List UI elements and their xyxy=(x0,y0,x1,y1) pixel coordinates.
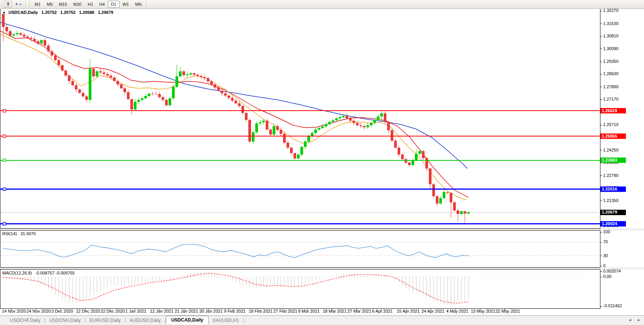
candle-up xyxy=(134,102,137,109)
tab-separator: | xyxy=(243,318,244,323)
candle-up xyxy=(415,154,418,160)
candle-up xyxy=(370,123,373,125)
rsi-tick-label: 100 xyxy=(603,229,610,234)
candle-down xyxy=(224,93,227,96)
price-tick-label: 1.24250 xyxy=(603,148,619,152)
candle-down xyxy=(116,81,119,84)
candle-down xyxy=(436,196,438,203)
candle-down xyxy=(61,65,64,71)
candle-up xyxy=(148,94,150,96)
timeframe-button-m30[interactable]: M30 xyxy=(70,1,84,8)
timeframe-button-d1[interactable]: D1 xyxy=(108,1,120,8)
candle-down xyxy=(193,73,196,75)
panel-splitter[interactable] xyxy=(0,229,644,231)
candle-down xyxy=(162,97,164,100)
candle-down xyxy=(113,77,116,81)
candle-down xyxy=(352,121,355,123)
styler-button[interactable]: ✦ ▾ xyxy=(12,1,24,8)
candle-up xyxy=(175,76,178,87)
tab-usdcad[interactable]: USDCAD,Daily xyxy=(166,316,209,324)
toolbar-grip[interactable] xyxy=(1,1,3,7)
macd-tick-label: -0.011462 xyxy=(603,303,622,308)
toolbar-grip[interactable] xyxy=(29,1,30,7)
ohlc-close: 1.20679 xyxy=(98,10,113,15)
tab-eurusd[interactable]: EURUSD,Daily xyxy=(86,317,125,324)
candle-down xyxy=(276,126,279,130)
candle-down xyxy=(293,153,296,158)
macd-name: MACD(12,26,9) xyxy=(2,271,32,275)
price-tick-label: 1.21350 xyxy=(603,198,619,203)
candle-up xyxy=(467,212,470,214)
candle-up xyxy=(255,123,258,132)
rsi-panel-border xyxy=(0,231,600,268)
candle-down xyxy=(283,134,286,143)
candle-up xyxy=(96,71,98,77)
candle-down xyxy=(120,84,123,88)
panel-splitter[interactable] xyxy=(0,268,644,269)
candle-down xyxy=(432,184,435,197)
line-drag-handle[interactable] xyxy=(3,188,6,190)
candle-down xyxy=(57,60,60,66)
tab-usdcnh[interactable]: USDCNH,Daily xyxy=(46,317,84,324)
candle-down xyxy=(44,40,46,46)
candle-up xyxy=(16,33,19,34)
candle-down xyxy=(33,39,36,41)
tab-xauusd[interactable]: XAUUSD,H1 xyxy=(209,317,243,324)
timeframe-button-m1[interactable]: M1 xyxy=(32,1,44,8)
chart-canvas[interactable]: 1.322701.315301.308101.300901.293501.286… xyxy=(0,0,644,325)
scroll-left-icon[interactable]: ◄ xyxy=(626,318,634,322)
line-drag-handle[interactable] xyxy=(3,135,6,138)
price-tick-label: 1.31530 xyxy=(603,21,619,26)
tab-audusd[interactable]: AUDUSD,Daily xyxy=(126,317,165,324)
macd-tick-label: 0.002074 xyxy=(603,269,621,273)
candle-down xyxy=(68,76,71,81)
text-tool-button[interactable]: T xyxy=(4,1,12,8)
candle-down xyxy=(238,103,241,106)
toolbar-separator xyxy=(146,1,147,8)
date-tick-label: 30 Jan 2021 xyxy=(199,309,223,313)
candle-up xyxy=(304,141,307,147)
timeframe-button-m5[interactable]: M5 xyxy=(44,1,56,8)
line-drag-handle[interactable] xyxy=(3,222,6,225)
timeframe-button-h1[interactable]: H1 xyxy=(84,1,96,8)
candle-up xyxy=(443,192,445,198)
candle-up xyxy=(411,160,414,165)
rsi-tick-label: 70 xyxy=(603,239,608,244)
timeframe-button-h4[interactable]: H4 xyxy=(96,1,108,8)
candle-up xyxy=(377,116,379,120)
price-level-badge-label: 1.23683 xyxy=(602,158,617,162)
ohlc-open: 1.20752 xyxy=(41,10,57,15)
timeframe-button-mn[interactable]: MN xyxy=(132,1,145,8)
date-tick-label: 24 Apr 2021 xyxy=(421,309,444,313)
date-tick-label: 12 Dec 2020 xyxy=(76,309,100,313)
candle-down xyxy=(457,210,459,214)
candle-down xyxy=(82,93,84,96)
tab-usdchf[interactable]: USDCHF,Daily xyxy=(6,317,44,324)
candle-down xyxy=(266,121,268,130)
candle-down xyxy=(210,81,213,84)
candle-down xyxy=(165,100,168,105)
chart-title: USDCAD,Daily xyxy=(8,10,38,15)
timeframe-button-w1[interactable]: W1 xyxy=(120,1,132,8)
line-drag-handle[interactable] xyxy=(3,109,6,112)
line-drag-handle[interactable] xyxy=(3,159,6,162)
candle-down xyxy=(363,126,366,127)
timeframe-button-m15[interactable]: M15 xyxy=(56,1,70,8)
candle-down xyxy=(408,163,411,165)
date-tick-label: 21 Jan 2021 xyxy=(175,309,198,313)
date-tick-label: 18 Mar 2021 xyxy=(323,309,347,313)
candle-down xyxy=(130,99,133,109)
scroll-right-icon[interactable]: ► xyxy=(635,318,642,322)
candle-down xyxy=(464,211,466,214)
collapse-icon[interactable]: ▼ xyxy=(2,11,6,15)
price-tick-label: 1.25710 xyxy=(603,122,619,127)
candle-down xyxy=(64,71,67,76)
candle-up xyxy=(273,126,275,135)
candle-down xyxy=(384,113,386,122)
candle-down xyxy=(356,123,359,125)
candle-down xyxy=(127,92,130,99)
main-chart-panel-border xyxy=(0,9,600,229)
candle-up xyxy=(460,211,463,214)
candle-up xyxy=(189,73,192,74)
candle-up xyxy=(12,34,15,35)
